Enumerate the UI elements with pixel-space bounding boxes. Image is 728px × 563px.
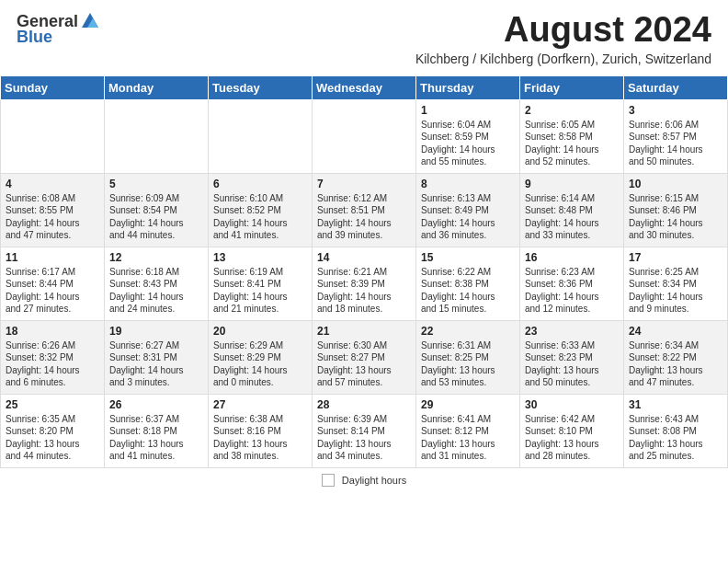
day-number: 15 bbox=[421, 251, 515, 264]
col-header-wednesday: Wednesday bbox=[313, 75, 416, 99]
day-number: 6 bbox=[213, 178, 307, 190]
calendar-cell: 14Sunrise: 6:21 AM Sunset: 8:39 PM Dayli… bbox=[313, 247, 416, 320]
calendar-cell: 11Sunrise: 6:17 AM Sunset: 8:44 PM Dayli… bbox=[1, 247, 105, 320]
day-info: Sunrise: 6:42 AM Sunset: 8:10 PM Dayligh… bbox=[525, 413, 619, 463]
day-info: Sunrise: 6:33 AM Sunset: 8:23 PM Dayligh… bbox=[525, 339, 619, 389]
calendar-cell: 13Sunrise: 6:19 AM Sunset: 8:41 PM Dayli… bbox=[209, 247, 313, 320]
calendar-week-4: 18Sunrise: 6:26 AM Sunset: 8:32 PM Dayli… bbox=[1, 320, 728, 394]
calendar-cell: 7Sunrise: 6:12 AM Sunset: 8:51 PM Daylig… bbox=[313, 173, 416, 247]
calendar-cell: 16Sunrise: 6:23 AM Sunset: 8:36 PM Dayli… bbox=[520, 247, 624, 320]
calendar-cell: 18Sunrise: 6:26 AM Sunset: 8:32 PM Dayli… bbox=[1, 320, 105, 394]
calendar-week-2: 4Sunrise: 6:08 AM Sunset: 8:55 PM Daylig… bbox=[1, 173, 728, 247]
day-info: Sunrise: 6:38 AM Sunset: 8:16 PM Dayligh… bbox=[213, 413, 307, 463]
day-number: 26 bbox=[109, 398, 203, 411]
calendar-cell bbox=[105, 99, 209, 173]
day-info: Sunrise: 6:26 AM Sunset: 8:32 PM Dayligh… bbox=[6, 339, 99, 389]
day-info: Sunrise: 6:29 AM Sunset: 8:29 PM Dayligh… bbox=[213, 339, 307, 389]
day-number: 17 bbox=[629, 251, 722, 264]
day-number: 8 bbox=[421, 178, 515, 190]
calendar-cell: 6Sunrise: 6:10 AM Sunset: 8:52 PM Daylig… bbox=[209, 173, 313, 247]
logo-icon bbox=[80, 11, 100, 31]
calendar-cell: 23Sunrise: 6:33 AM Sunset: 8:23 PM Dayli… bbox=[520, 320, 624, 394]
day-info: Sunrise: 6:34 AM Sunset: 8:22 PM Dayligh… bbox=[629, 339, 722, 389]
day-number: 4 bbox=[6, 178, 99, 190]
day-info: Sunrise: 6:08 AM Sunset: 8:55 PM Dayligh… bbox=[6, 192, 99, 242]
calendar-cell bbox=[1, 99, 105, 173]
calendar-cell: 9Sunrise: 6:14 AM Sunset: 8:48 PM Daylig… bbox=[520, 173, 624, 247]
calendar-header: SundayMondayTuesdayWednesdayThursdayFrid… bbox=[1, 75, 728, 99]
day-number: 14 bbox=[317, 251, 411, 264]
day-info: Sunrise: 6:04 AM Sunset: 8:59 PM Dayligh… bbox=[421, 119, 515, 168]
day-info: Sunrise: 6:13 AM Sunset: 8:49 PM Dayligh… bbox=[421, 192, 515, 242]
day-info: Sunrise: 6:23 AM Sunset: 8:36 PM Dayligh… bbox=[525, 266, 619, 316]
day-number: 30 bbox=[525, 398, 619, 411]
footer: Daylight hours bbox=[0, 468, 728, 490]
day-info: Sunrise: 6:27 AM Sunset: 8:31 PM Dayligh… bbox=[109, 339, 203, 389]
calendar-cell: 17Sunrise: 6:25 AM Sunset: 8:34 PM Dayli… bbox=[624, 247, 728, 320]
calendar-week-1: 1Sunrise: 6:04 AM Sunset: 8:59 PM Daylig… bbox=[1, 99, 728, 173]
page-header: General Blue August 2024 Kilchberg / Kil… bbox=[0, 0, 728, 70]
day-info: Sunrise: 6:10 AM Sunset: 8:52 PM Dayligh… bbox=[213, 192, 307, 242]
calendar-cell: 25Sunrise: 6:35 AM Sunset: 8:20 PM Dayli… bbox=[1, 394, 105, 467]
calendar-cell: 1Sunrise: 6:04 AM Sunset: 8:59 PM Daylig… bbox=[416, 99, 520, 173]
calendar-cell: 20Sunrise: 6:29 AM Sunset: 8:29 PM Dayli… bbox=[209, 320, 313, 394]
day-number: 12 bbox=[109, 251, 203, 264]
calendar-cell: 12Sunrise: 6:18 AM Sunset: 8:43 PM Dayli… bbox=[105, 247, 209, 320]
day-info: Sunrise: 6:35 AM Sunset: 8:20 PM Dayligh… bbox=[6, 413, 99, 463]
col-header-thursday: Thursday bbox=[416, 75, 520, 99]
calendar-cell: 30Sunrise: 6:42 AM Sunset: 8:10 PM Dayli… bbox=[520, 394, 624, 467]
day-number: 29 bbox=[421, 398, 515, 411]
day-number: 5 bbox=[109, 178, 203, 190]
day-number: 24 bbox=[629, 325, 722, 338]
calendar-cell: 24Sunrise: 6:34 AM Sunset: 8:22 PM Dayli… bbox=[624, 320, 728, 394]
calendar-cell bbox=[313, 99, 416, 173]
day-number: 1 bbox=[421, 104, 515, 117]
calendar-cell: 2Sunrise: 6:05 AM Sunset: 8:58 PM Daylig… bbox=[520, 99, 624, 173]
calendar-cell: 22Sunrise: 6:31 AM Sunset: 8:25 PM Dayli… bbox=[416, 320, 520, 394]
day-info: Sunrise: 6:19 AM Sunset: 8:41 PM Dayligh… bbox=[213, 266, 307, 316]
day-number: 9 bbox=[525, 178, 619, 190]
day-number: 19 bbox=[109, 325, 203, 338]
calendar-cell: 29Sunrise: 6:41 AM Sunset: 8:12 PM Dayli… bbox=[416, 394, 520, 467]
day-number: 3 bbox=[629, 104, 722, 117]
calendar-cell: 10Sunrise: 6:15 AM Sunset: 8:46 PM Dayli… bbox=[624, 173, 728, 247]
calendar-cell: 15Sunrise: 6:22 AM Sunset: 8:38 PM Dayli… bbox=[416, 247, 520, 320]
calendar-cell: 31Sunrise: 6:43 AM Sunset: 8:08 PM Dayli… bbox=[624, 394, 728, 467]
day-number: 10 bbox=[629, 178, 722, 190]
day-number: 22 bbox=[421, 325, 515, 338]
day-info: Sunrise: 6:12 AM Sunset: 8:51 PM Dayligh… bbox=[317, 192, 411, 242]
day-info: Sunrise: 6:43 AM Sunset: 8:08 PM Dayligh… bbox=[629, 413, 722, 463]
day-info: Sunrise: 6:05 AM Sunset: 8:58 PM Dayligh… bbox=[525, 119, 619, 168]
day-number: 31 bbox=[629, 398, 722, 411]
day-info: Sunrise: 6:09 AM Sunset: 8:54 PM Dayligh… bbox=[109, 192, 203, 242]
day-info: Sunrise: 6:21 AM Sunset: 8:39 PM Dayligh… bbox=[317, 266, 411, 316]
calendar-cell: 19Sunrise: 6:27 AM Sunset: 8:31 PM Dayli… bbox=[105, 320, 209, 394]
day-info: Sunrise: 6:18 AM Sunset: 8:43 PM Dayligh… bbox=[109, 266, 203, 316]
day-info: Sunrise: 6:39 AM Sunset: 8:14 PM Dayligh… bbox=[317, 413, 411, 463]
calendar-cell: 26Sunrise: 6:37 AM Sunset: 8:18 PM Dayli… bbox=[105, 394, 209, 467]
day-number: 13 bbox=[213, 251, 307, 264]
calendar-cell: 3Sunrise: 6:06 AM Sunset: 8:57 PM Daylig… bbox=[624, 99, 728, 173]
day-info: Sunrise: 6:31 AM Sunset: 8:25 PM Dayligh… bbox=[421, 339, 515, 389]
day-number: 18 bbox=[6, 325, 99, 338]
day-number: 21 bbox=[317, 325, 411, 338]
day-number: 25 bbox=[6, 398, 99, 411]
logo-blue-text: Blue bbox=[17, 28, 52, 47]
day-number: 20 bbox=[213, 325, 307, 338]
calendar-cell: 5Sunrise: 6:09 AM Sunset: 8:54 PM Daylig… bbox=[105, 173, 209, 247]
day-info: Sunrise: 6:30 AM Sunset: 8:27 PM Dayligh… bbox=[317, 339, 411, 389]
day-number: 28 bbox=[317, 398, 411, 411]
col-header-saturday: Saturday bbox=[624, 75, 728, 99]
daylight-label: Daylight hours bbox=[342, 475, 406, 486]
calendar-cell: 28Sunrise: 6:39 AM Sunset: 8:14 PM Dayli… bbox=[313, 394, 416, 467]
logo: General Blue bbox=[17, 11, 100, 47]
day-info: Sunrise: 6:37 AM Sunset: 8:18 PM Dayligh… bbox=[109, 413, 203, 463]
day-number: 2 bbox=[525, 104, 619, 117]
day-info: Sunrise: 6:14 AM Sunset: 8:48 PM Dayligh… bbox=[525, 192, 619, 242]
day-info: Sunrise: 6:41 AM Sunset: 8:12 PM Dayligh… bbox=[421, 413, 515, 463]
calendar-cell: 8Sunrise: 6:13 AM Sunset: 8:49 PM Daylig… bbox=[416, 173, 520, 247]
calendar-cell bbox=[209, 99, 313, 173]
calendar-week-3: 11Sunrise: 6:17 AM Sunset: 8:44 PM Dayli… bbox=[1, 247, 728, 320]
title-block: August 2024 Kilchberg / Kilchberg (Dorfk… bbox=[415, 11, 711, 66]
month-year-title: August 2024 bbox=[415, 11, 711, 50]
